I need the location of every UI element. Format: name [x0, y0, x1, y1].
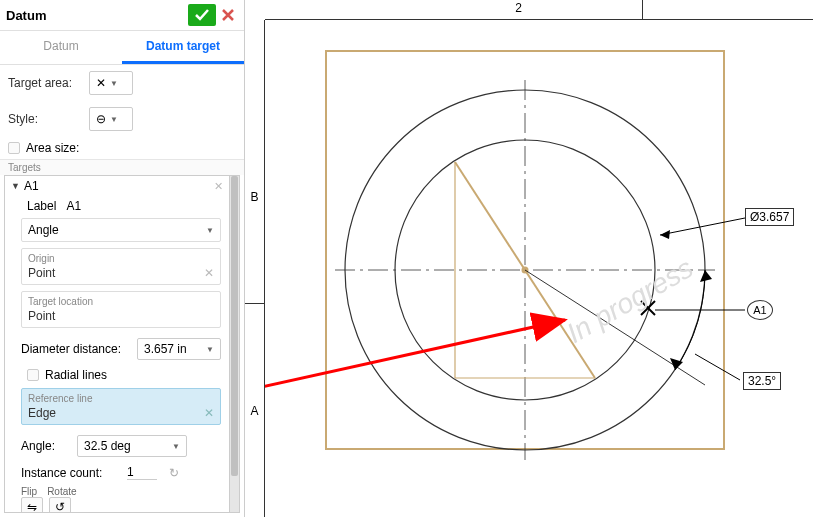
rotate-icon: ↺	[55, 500, 65, 512]
clear-origin-button[interactable]: ✕	[204, 266, 214, 280]
origin-field[interactable]: Origin Point ✕	[21, 248, 221, 285]
angle-callout: 32.5°	[743, 372, 781, 390]
svg-line-15	[525, 270, 705, 385]
angle-mode-dropdown[interactable]: Angle ▼	[21, 218, 221, 242]
chevron-down-icon: ▼	[110, 115, 118, 124]
origin-label: Origin	[28, 253, 214, 264]
targets-list: ▼ A1 ✕ Label A1 Angle ▼ Origin Point ✕	[4, 175, 240, 513]
instance-count-value[interactable]: 1	[127, 465, 157, 480]
target-item-name: A1	[24, 179, 39, 193]
close-icon	[221, 8, 235, 22]
targets-scrollbar[interactable]	[229, 176, 239, 512]
scrollbar-thumb[interactable]	[231, 176, 238, 476]
ruler-vertical: B A	[245, 20, 265, 517]
radial-lines-label: Radial lines	[45, 368, 107, 382]
reference-line-value: Edge	[28, 406, 56, 420]
check-icon	[194, 8, 210, 22]
label-caption: Label	[27, 199, 56, 213]
column-label: 2	[395, 0, 643, 19]
style-row: Style: ⊖ ▼	[0, 101, 244, 137]
angle-label: Angle:	[21, 439, 71, 453]
instance-count-label: Instance count:	[21, 466, 121, 480]
angle-mode-value: Angle	[28, 223, 59, 237]
clear-refline-button[interactable]: ✕	[204, 406, 214, 420]
panel-title: Datum	[6, 8, 46, 23]
circle-minus-icon: ⊖	[96, 112, 106, 126]
angle-value: 32.5 deg	[84, 439, 131, 453]
diameter-row: Diameter distance: 3.657 in ▼	[5, 334, 229, 364]
drawing-geometry	[265, 20, 813, 517]
chevron-down-icon: ▼	[172, 442, 180, 451]
ruler-horizontal: 2	[265, 0, 813, 20]
rotate-label: Rotate	[47, 486, 76, 497]
reference-line-field[interactable]: Reference line Edge ✕	[21, 388, 221, 425]
area-size-label: Area size:	[26, 141, 79, 155]
viewport[interactable]: Ø3.657 A1 32.5° In progress	[265, 20, 813, 517]
remove-target-button[interactable]: ✕	[214, 180, 223, 193]
target-area-dropdown[interactable]: ✕ ▼	[89, 71, 133, 95]
cancel-button[interactable]	[218, 4, 238, 26]
rotate-button[interactable]: ↺	[49, 497, 71, 512]
svg-marker-11	[660, 230, 670, 239]
diameter-value: 3.657 in	[144, 342, 187, 356]
tab-datum[interactable]: Datum	[0, 31, 122, 64]
radial-lines-checkbox[interactable]	[27, 369, 39, 381]
label-row: Label A1	[5, 196, 229, 216]
chevron-down-icon: ▼	[206, 345, 214, 354]
datum-panel: Datum Datum Datum target Target area: ✕ …	[0, 0, 245, 517]
datum-balloon: A1	[747, 300, 773, 320]
area-size-checkbox[interactable]	[8, 142, 20, 154]
target-area-label: Target area:	[8, 76, 83, 90]
style-dropdown[interactable]: ⊖ ▼	[89, 107, 133, 131]
target-item-a1[interactable]: ▼ A1 ✕	[5, 176, 229, 196]
row-label-a: A	[245, 304, 264, 517]
diameter-input[interactable]: 3.657 in ▼	[137, 338, 221, 360]
instance-count-row: Instance count: 1 ↻	[5, 461, 229, 484]
svg-marker-13	[700, 270, 712, 282]
refresh-icon[interactable]: ↻	[169, 466, 179, 480]
tabs: Datum Datum target	[0, 31, 244, 65]
chevron-down-icon: ▼	[206, 226, 214, 235]
svg-line-17	[265, 320, 565, 415]
drawing-canvas[interactable]: 2 B A	[245, 0, 813, 517]
area-size-row: Area size:	[0, 137, 244, 159]
flip-button[interactable]: ⇋	[21, 497, 43, 512]
flip-rotate-labels: Flip Rotate	[5, 484, 229, 497]
diameter-label: Diameter distance:	[21, 342, 131, 356]
target-location-label: Target location	[28, 296, 214, 307]
target-location-field[interactable]: Target location Point	[21, 291, 221, 328]
flip-icon: ⇋	[27, 500, 37, 512]
target-location-value: Point	[28, 307, 214, 323]
flip-label: Flip	[21, 486, 37, 497]
svg-line-10	[660, 218, 745, 235]
angle-input[interactable]: 32.5 deg ▼	[77, 435, 187, 457]
origin-value: Point	[28, 266, 55, 280]
diameter-callout: Ø3.657	[745, 208, 794, 226]
angle-row: Angle: 32.5 deg ▼	[5, 431, 229, 461]
row-label-b: B	[245, 90, 264, 304]
tab-datum-target[interactable]: Datum target	[122, 31, 244, 64]
radial-lines-row: Radial lines	[5, 364, 229, 386]
chevron-down-icon: ▼	[110, 79, 118, 88]
style-label: Style:	[8, 112, 83, 126]
panel-header: Datum	[0, 0, 244, 31]
accept-button[interactable]	[188, 4, 216, 26]
targets-section-label: Targets	[0, 159, 244, 175]
svg-line-16	[695, 354, 740, 380]
reference-line-label: Reference line	[28, 393, 214, 404]
label-value: A1	[66, 199, 81, 213]
target-area-row: Target area: ✕ ▼	[0, 65, 244, 101]
x-icon: ✕	[96, 76, 106, 90]
caret-down-icon: ▼	[11, 181, 20, 191]
